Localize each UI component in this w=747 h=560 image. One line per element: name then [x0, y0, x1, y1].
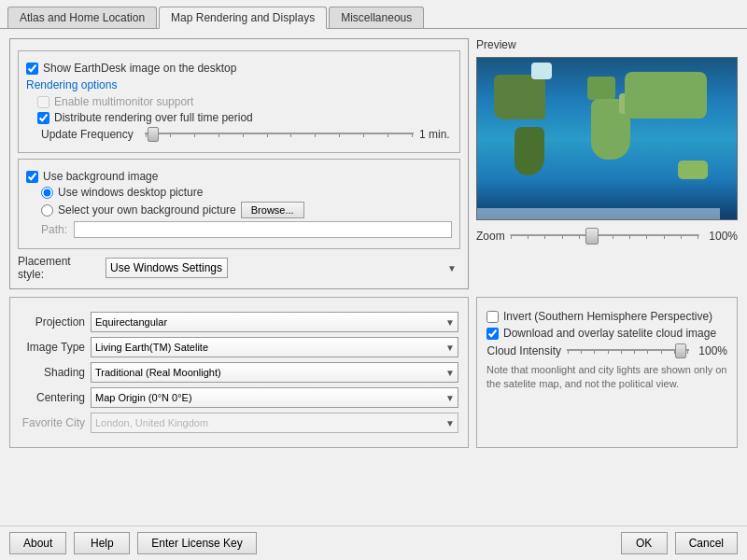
browse-button[interactable]: Browse... [241, 202, 304, 218]
invert-checkbox[interactable] [486, 311, 499, 323]
shading-label: Shading [20, 366, 85, 379]
show-earthdesk-checkbox[interactable] [26, 63, 38, 75]
image-type-select[interactable]: Living Earth(TM) Satelite Political Map … [91, 337, 458, 357]
ok-button[interactable]: OK [621, 532, 668, 554]
projection-select[interactable]: Equirectangular Mercator Orthographic [91, 312, 458, 332]
button-bar: About Help Enter License Key OK Cancel [0, 525, 747, 560]
path-label: Path: [41, 223, 69, 236]
centering-row: Centering Map Origin (0°N 0°E) Home Loca… [20, 387, 458, 408]
invert-row: Invert (Southern Hemisphere Perspective) [486, 310, 727, 323]
tick [681, 236, 682, 239]
image-type-row: Image Type Living Earth(TM) Satelite Pol… [20, 337, 458, 357]
windows-desktop-row: Use windows desktop picture [41, 186, 452, 199]
zoom-thumb[interactable] [585, 228, 599, 245]
tick [634, 351, 635, 354]
top-section: Show EarthDesk image on the desktop Rend… [9, 38, 738, 289]
placement-dropdown[interactable]: Use Windows Settings Stretch Tile Center [106, 258, 228, 278]
favorite-city-select[interactable]: London, United Kingdom [91, 413, 458, 433]
bottom-left-panel: Projection Equirectangular Mercator Orth… [9, 297, 469, 448]
tick [544, 236, 545, 239]
greenland [531, 63, 552, 79]
frequency-thumb[interactable] [148, 127, 159, 142]
distribute-checkbox[interactable] [37, 112, 49, 124]
tick [412, 134, 413, 137]
cancel-button[interactable]: Cancel [675, 532, 738, 554]
tick [608, 351, 609, 354]
tab-atlas[interactable]: Atlas and Home Location [7, 7, 157, 28]
background-section: Use background image Use windows desktop… [18, 159, 460, 249]
right-panel: Preview [476, 38, 738, 289]
intensity-slider[interactable] [567, 349, 689, 351]
tick [315, 134, 316, 137]
tab-map[interactable]: Map Rendering and Displays [159, 7, 327, 29]
tick [647, 351, 648, 354]
about-button[interactable]: About [9, 532, 66, 554]
centering-select[interactable]: Map Origin (0°N 0°E) Home Location Custo… [91, 387, 458, 408]
favorite-city-label: Favorite City [20, 416, 85, 429]
tab-misc[interactable]: Miscellaneous [329, 7, 424, 28]
shading-wrapper: Traditional (Real Moonlight) None Full D… [91, 362, 458, 383]
australia [678, 161, 708, 179]
tick [218, 134, 219, 137]
path-input[interactable] [74, 221, 452, 238]
use-bg-row: Use background image [26, 170, 452, 183]
left-panel: Show EarthDesk image on the desktop Rend… [9, 38, 469, 289]
tick [646, 236, 647, 239]
download-cloud-checkbox[interactable] [486, 328, 499, 340]
main-window: Atlas and Home Location Map Rendering an… [0, 0, 747, 560]
intensity-row: Cloud Intensity [486, 344, 727, 357]
shading-row: Shading Traditional (Real Moonlight) Non… [20, 362, 458, 383]
intensity-thumb[interactable] [675, 343, 686, 358]
frequency-ticks [145, 134, 414, 137]
multimonitor-label: Enable multimonitor support [54, 95, 193, 108]
select-own-radio[interactable] [41, 204, 53, 217]
multimonitor-checkbox[interactable] [37, 96, 49, 108]
shading-select[interactable]: Traditional (Real Moonlight) None Full D… [91, 362, 458, 383]
image-type-label: Image Type [20, 341, 85, 354]
earthdesk-group: Show EarthDesk image on the desktop Rend… [18, 50, 460, 153]
use-bg-checkbox[interactable] [26, 171, 38, 183]
zoom-row: Zoom [476, 226, 738, 246]
tick [613, 236, 613, 239]
tick [664, 236, 665, 239]
antarctica [477, 208, 720, 219]
centering-wrapper: Map Origin (0°N 0°E) Home Location Custo… [91, 387, 458, 408]
projection-label: Projection [20, 315, 85, 329]
tick [579, 236, 580, 239]
windows-desktop-label: Use windows desktop picture [58, 186, 203, 199]
main-content: Show EarthDesk image on the desktop Rend… [0, 29, 747, 525]
enter-license-button[interactable]: Enter License Key [137, 532, 256, 554]
placement-label: Placement style: [18, 255, 100, 281]
rendering-options-link[interactable]: Rendering options [26, 78, 452, 91]
tick [562, 236, 563, 239]
tick [594, 351, 595, 354]
distribute-row: Distribute rendering over full time peri… [37, 111, 452, 124]
tick [339, 134, 340, 137]
intensity-slider-container [567, 349, 689, 354]
tick [267, 134, 268, 137]
frequency-value: 1 min. [419, 128, 452, 141]
preview-image [476, 57, 738, 220]
invert-label: Invert (Southern Hemisphere Perspective) [503, 310, 712, 323]
download-cloud-row: Download and overlay satelite cloud imag… [486, 327, 727, 340]
zoom-track[interactable] [510, 234, 699, 236]
tick [687, 351, 688, 354]
europe [587, 77, 615, 100]
tick [661, 351, 662, 354]
tick [581, 351, 582, 354]
bottom-section: Projection Equirectangular Mercator Orth… [9, 297, 738, 448]
help-button[interactable]: Help [74, 532, 130, 554]
windows-desktop-radio[interactable] [41, 187, 53, 199]
asia [625, 72, 707, 119]
tick [194, 134, 195, 137]
preview-label: Preview [476, 38, 738, 51]
tick [621, 351, 622, 354]
tick [388, 134, 388, 137]
frequency-slider[interactable] [145, 133, 414, 134]
tick [528, 236, 529, 239]
tick [698, 236, 698, 239]
note-text: Note that moonlight and city lights are … [486, 363, 727, 392]
multimonitor-row: Enable multimonitor support [37, 95, 452, 108]
placement-row: Placement style: Use Windows Settings St… [18, 255, 460, 281]
tick [511, 236, 512, 239]
